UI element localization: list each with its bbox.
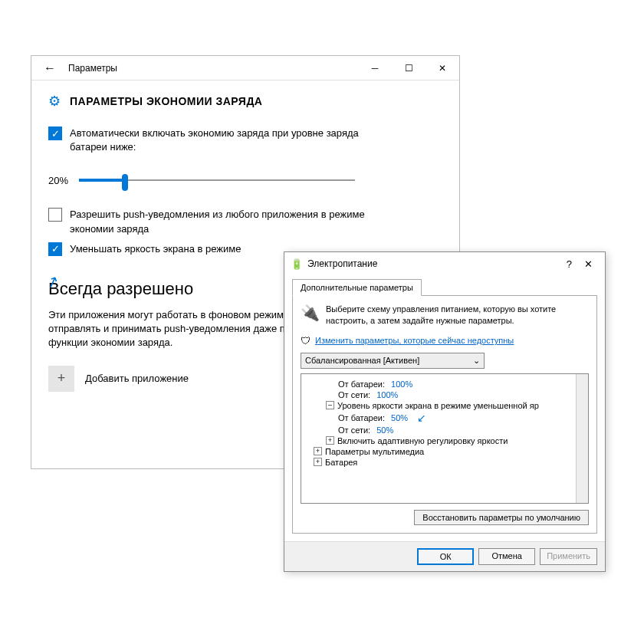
tree-value[interactable]: 100% — [391, 380, 412, 389]
admin-link-row: 🛡 Изменить параметры, которые сейчас нед… — [301, 335, 589, 347]
tree-label: Уровень яркости экрана в режиме уменьшен… — [337, 401, 539, 410]
slider-thumb[interactable] — [122, 174, 128, 191]
tree-row[interactable]: От батареи: 100% — [304, 379, 585, 389]
window-controls: ─ ☐ ✕ — [358, 56, 459, 80]
tree-value[interactable]: 100% — [376, 390, 398, 399]
auto-saver-checkbox-row: ✓ Автоматически включать экономию заряда… — [48, 127, 378, 154]
back-arrow-icon[interactable]: ← — [41, 61, 59, 75]
power-tabs: Дополнительные параметры — [284, 275, 605, 295]
push-checkbox[interactable] — [48, 208, 62, 222]
auto-saver-label: Автоматически включать экономию заряда п… — [70, 127, 378, 154]
power-titlebar: 🔋 Электропитание ? ✕ — [284, 252, 605, 275]
power-plan-icon: 🔋 — [291, 258, 303, 270]
expand-icon[interactable]: + — [314, 458, 322, 466]
tree-row[interactable]: От сети: 100% — [304, 389, 585, 400]
tree-label: От сети: — [338, 390, 370, 399]
tree-row[interactable]: + Включить адаптивную регулировку яркост… — [304, 435, 585, 446]
apply-button: Применить — [540, 548, 597, 565]
maximize-button[interactable]: ☐ — [392, 56, 426, 80]
ok-button[interactable]: ОК — [417, 548, 474, 565]
tree-label: Включить адаптивную регулировку яркости — [337, 436, 508, 445]
tree-row[interactable]: От батареи: 50% ↙ — [304, 411, 585, 425]
gear-icon: ⚙ — [48, 93, 61, 110]
scheme-label: Сбалансированная [Активен] — [305, 356, 419, 365]
push-checkbox-row: Разрешить push-уведомления из любого при… — [48, 208, 378, 235]
tree-label: Параметры мультимедиа — [325, 447, 424, 456]
power-desc-row: 🔌 Выберите схему управления питанием, ко… — [301, 304, 589, 327]
push-label: Разрешить push-уведомления из любого при… — [70, 208, 378, 235]
restore-row: Восстановить параметры по умолчанию — [301, 510, 589, 525]
help-button[interactable]: ? — [567, 258, 572, 270]
window-title: Параметры — [68, 63, 117, 74]
power-panel: 🔌 Выберите схему управления питанием, ко… — [292, 295, 597, 534]
minimize-button[interactable]: ─ — [358, 56, 392, 80]
settings-tree[interactable]: От батареи: 100% От сети: 100% – Уровень… — [301, 373, 589, 504]
tree-value[interactable]: 50% — [376, 426, 393, 435]
tree-label: Батарея — [325, 458, 357, 467]
admin-link[interactable]: Изменить параметры, которые сейчас недос… — [315, 336, 514, 345]
tree-label: От сети: — [338, 426, 370, 435]
add-app-label: Добавить приложение — [85, 373, 189, 384]
expand-icon[interactable]: + — [326, 436, 334, 445]
dim-label: Уменьшать яркость экрана в режиме — [70, 242, 241, 256]
slider-value: 20% — [48, 175, 79, 186]
tree-label: От батареи: — [338, 413, 385, 422]
threshold-slider[interactable] — [79, 172, 355, 188]
tree-label: От батареи: — [338, 380, 385, 389]
power-title: Электропитание — [307, 258, 377, 269]
expand-icon[interactable]: + — [314, 447, 322, 455]
tree-value[interactable]: 50% — [391, 413, 408, 422]
power-close-button[interactable]: ✕ — [584, 258, 593, 270]
page-header: ⚙ ПАРАМЕТРЫ ЭКОНОМИИ ЗАРЯДА — [48, 93, 442, 110]
settings-titlebar: ← Параметры ─ ☐ ✕ — [31, 56, 459, 80]
scheme-select[interactable]: Сбалансированная [Активен] ⌄ — [301, 353, 485, 369]
power-options-dialog: 🔋 Электропитание ? ✕ Дополнительные пара… — [284, 251, 606, 572]
plus-icon: + — [48, 366, 74, 392]
chevron-down-icon: ⌄ — [473, 356, 480, 366]
collapse-icon[interactable]: – — [326, 401, 334, 409]
annotation-arrow-icon: ↙ — [417, 412, 426, 424]
tree-scrollbar[interactable] — [576, 374, 588, 503]
page-heading: ПАРАМЕТРЫ ЭКОНОМИИ ЗАРЯДА — [70, 95, 262, 107]
close-button[interactable]: ✕ — [426, 56, 459, 80]
tree-row[interactable]: + Батарея — [304, 457, 585, 468]
threshold-slider-row: 20% — [48, 172, 442, 188]
power-plug-icon: 🔌 — [301, 304, 320, 322]
shield-icon: 🛡 — [301, 335, 310, 347]
tree-row[interactable]: – Уровень яркости экрана в режиме уменьш… — [304, 400, 585, 411]
dialog-buttons: ОК Отмена Применить — [284, 541, 605, 571]
tree-row[interactable]: От сети: 50% — [304, 425, 585, 435]
auto-saver-checkbox[interactable]: ✓ — [48, 127, 62, 140]
tree-row[interactable]: + Параметры мультимедиа — [304, 446, 585, 457]
advanced-tab[interactable]: Дополнительные параметры — [292, 279, 422, 296]
power-desc: Выберите схему управления питанием, кото… — [326, 304, 589, 327]
restore-defaults-button[interactable]: Восстановить параметры по умолчанию — [414, 510, 589, 525]
cancel-button[interactable]: Отмена — [478, 548, 535, 565]
dim-checkbox[interactable]: ✓ — [48, 242, 62, 256]
power-titlebar-controls: ? ✕ — [567, 258, 599, 270]
slider-fill — [79, 179, 125, 182]
